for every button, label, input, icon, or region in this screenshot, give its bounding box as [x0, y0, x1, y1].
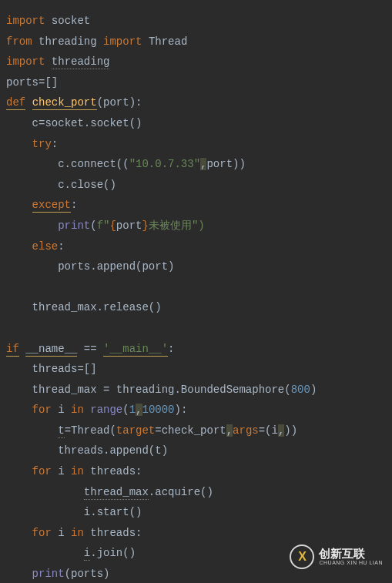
code-line: c.close() — [6, 175, 386, 196]
code-line: import threading — [6, 52, 386, 72]
code-line: threads=[] — [6, 359, 386, 380]
code-line: else: — [6, 236, 386, 257]
code-line: ports=[] — [6, 72, 386, 93]
code-line: thread_max.acquire() — [6, 482, 386, 503]
code-line: t=Thread(target=check_port,args=(i,)) — [6, 420, 386, 441]
code-line: thread_max.release() — [6, 297, 386, 318]
code-line: except: — [6, 195, 386, 216]
code-line: c=socket.socket() — [6, 113, 386, 134]
code-line: for i in range(1,10000): — [6, 400, 386, 420]
code-line — [6, 277, 386, 298]
code-line: if __name__ == '__main__': — [6, 339, 386, 360]
code-line — [6, 318, 386, 339]
code-line: threads.append(t) — [6, 441, 386, 461]
code-block: import socket from threading import Thre… — [6, 11, 386, 583]
code-line: def check_port(port): — [6, 92, 386, 113]
code-line: ports.append(port) — [6, 256, 386, 277]
code-line: print(f"{port}未被使用") — [6, 216, 386, 236]
code-line: for i in threads: — [6, 461, 386, 482]
code-line: from threading import Thread — [6, 32, 386, 52]
code-line: try: — [6, 134, 386, 155]
code-line: i.start() — [6, 502, 386, 523]
code-line: i.join() — [6, 543, 386, 564]
code-line: c.connect(("10.0.7.33",port)) — [6, 154, 386, 175]
code-line: import socket — [6, 11, 386, 32]
code-line: thread_max = threading.BoundedSemaphore(… — [6, 380, 386, 400]
code-line: print(ports) — [6, 564, 386, 583]
code-line: for i in threads: — [6, 523, 386, 544]
